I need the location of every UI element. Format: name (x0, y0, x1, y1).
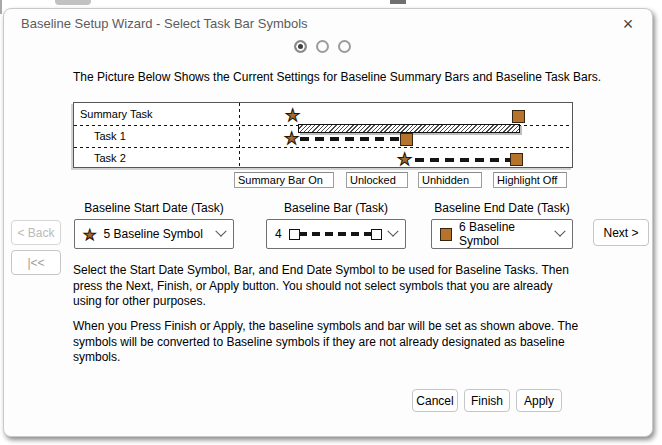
instructions-paragraph-1: Select the Start Date Symbol, Bar, and E… (73, 263, 580, 310)
bar-value: 4 (275, 227, 282, 241)
background-artifact (390, 0, 406, 4)
start-date-label: Baseline Start Date (Task) (74, 201, 234, 215)
baseline-start-star-icon: ★ (284, 130, 299, 147)
step-dot-1 (294, 40, 307, 53)
cancel-button[interactable]: Cancel (412, 389, 458, 412)
bar-dashes-icon (299, 232, 372, 236)
step-dot-3 (338, 40, 351, 53)
baseline-setup-wizard-dialog: Baseline Setup Wizard - Select Task Bar … (3, 8, 653, 437)
baseline-start-star-icon: ★ (397, 151, 412, 168)
chevron-down-icon (387, 226, 398, 237)
bar-select[interactable]: 4 (266, 219, 406, 249)
bar-endcap-icon (371, 229, 382, 240)
bar-style-swatch (289, 229, 382, 240)
chart-divider-line (239, 103, 240, 167)
intro-text: The Picture Below Shows the Current Sett… (73, 70, 601, 84)
background-artifact (55, 0, 91, 5)
step-dot-2 (316, 40, 329, 53)
instructions-paragraph-2: When you Press Finish or Apply, the base… (73, 319, 580, 366)
back-button[interactable]: < Back (11, 220, 61, 245)
next-button[interactable]: Next > (593, 219, 649, 246)
background-artifact (0, 0, 2, 14)
wizard-step-indicator (294, 40, 351, 53)
baseline-preview-chart: Summary Task Task 1 Task 2 ★ ★ ★ (73, 102, 573, 168)
start-date-value: 5 Baseline Symbol (103, 227, 202, 241)
chevron-down-icon (215, 226, 226, 237)
apply-button[interactable]: Apply (516, 389, 562, 412)
status-locked: Unlocked (346, 172, 408, 188)
end-date-value: 6 Baseline Symbol (459, 220, 549, 248)
title-bar[interactable]: Baseline Setup Wizard - Select Task Bar … (4, 9, 652, 37)
status-hidden: Unhidden (418, 172, 482, 188)
status-highlight: Highlight Off (493, 172, 567, 188)
chart-row-label-task1: Task 1 (94, 130, 126, 142)
chart-row-label-task2: Task 2 (94, 152, 126, 164)
chart-row-label-summary: Summary Task (80, 108, 153, 120)
baseline-end-square-icon (400, 133, 413, 146)
square-symbol-icon (440, 228, 452, 241)
baseline-end-square-icon (512, 110, 525, 123)
star-symbol-icon: ★ (83, 227, 96, 242)
finish-button[interactable]: Finish (464, 389, 510, 412)
close-icon[interactable]: × (616, 12, 640, 36)
end-date-label: Baseline End Date (Task) (431, 201, 573, 215)
baseline-start-star-icon: ★ (285, 107, 300, 124)
task1-baseline-bar (300, 137, 402, 141)
start-date-select[interactable]: ★ 5 Baseline Symbol (74, 219, 234, 249)
status-summary-bar: Summary Bar On (234, 172, 334, 188)
end-date-select[interactable]: 6 Baseline Symbol (431, 219, 573, 249)
baseline-end-square-icon (510, 153, 523, 166)
task2-baseline-bar (415, 158, 512, 162)
screen: Baseline Setup Wizard - Select Task Bar … (0, 0, 662, 445)
row-separator (74, 147, 572, 148)
summary-baseline-bar (298, 124, 520, 133)
dialog-title: Baseline Setup Wizard - Select Task Bar … (21, 16, 308, 31)
bar-label: Baseline Bar (Task) (266, 201, 406, 215)
chevron-down-icon (554, 226, 565, 237)
first-page-button[interactable]: |<< (11, 250, 61, 275)
